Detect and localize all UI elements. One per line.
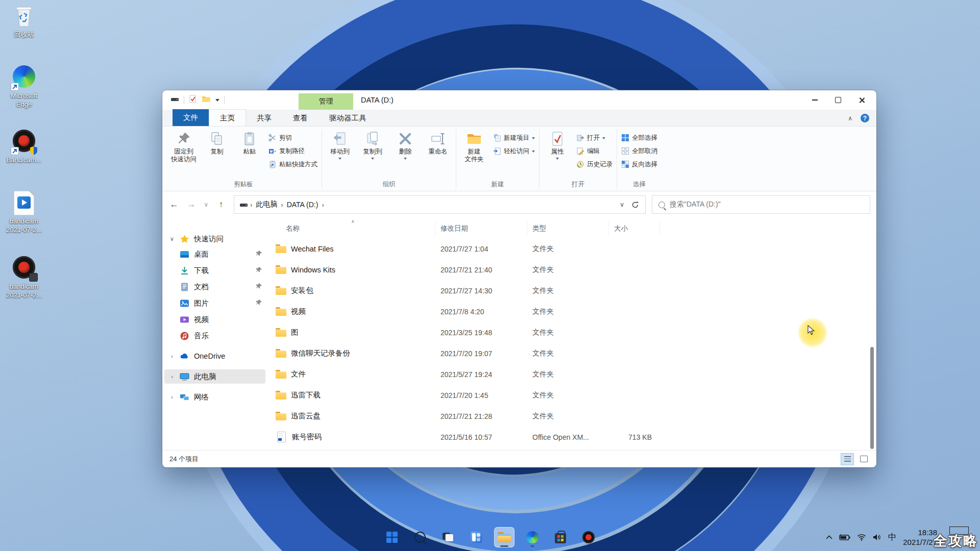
tab-share[interactable]: 共享 bbox=[246, 110, 282, 126]
help-icon[interactable]: ? bbox=[861, 114, 869, 122]
rename-button[interactable]: 重命名 bbox=[422, 129, 454, 158]
taskbar-store-button[interactable] bbox=[550, 527, 571, 547]
move-to-button[interactable]: 移动到 bbox=[324, 129, 356, 162]
sidebar-item-downloads[interactable]: 下载 bbox=[162, 263, 271, 278]
breadcrumb-data-d[interactable]: DATA (D:) bbox=[283, 201, 322, 209]
new-folder-icon[interactable] bbox=[202, 95, 211, 105]
tab-drive-tools[interactable]: 驱动器工具 bbox=[318, 110, 377, 126]
history-button[interactable]: 历史记录 bbox=[576, 159, 612, 170]
desktop-icon-video-file[interactable]: bandicam 2021-07-2... bbox=[4, 191, 44, 235]
column-header-size[interactable]: 大小 bbox=[609, 221, 660, 236]
sidebar-item-network[interactable]: › 网络 bbox=[162, 389, 271, 405]
taskbar-search-button[interactable] bbox=[410, 527, 430, 547]
delete-button[interactable]: 删除 bbox=[389, 129, 421, 162]
recent-locations-button[interactable]: ∨ bbox=[201, 197, 211, 212]
column-header-name[interactable]: ∧ 名称 bbox=[271, 221, 435, 236]
file-row[interactable]: 迅雷云盘 2021/7/21 21:28文件夹 bbox=[271, 406, 868, 427]
search-input[interactable]: 搜索"DATA (D:)" bbox=[652, 195, 870, 214]
address-bar[interactable]: › 此电脑 › DATA (D:) › ∨ bbox=[234, 195, 646, 214]
sidebar-item-videos[interactable]: 视频 bbox=[162, 312, 271, 327]
sidebar-item-documents[interactable]: 文档 bbox=[162, 279, 271, 294]
file-row[interactable]: 文件 2021/5/27 19:24文件夹 bbox=[271, 364, 868, 385]
navigation-pane: ∨ 快速访问 桌面 下载 文档 图片 视频 bbox=[162, 218, 271, 450]
forward-button[interactable]: → bbox=[184, 197, 199, 212]
taskbar-file-explorer-button[interactable] bbox=[494, 527, 514, 547]
volume-icon[interactable] bbox=[873, 534, 881, 541]
paste-button[interactable]: 粘贴 bbox=[234, 129, 265, 158]
column-header-date[interactable]: 修改日期 bbox=[435, 221, 527, 236]
tab-view[interactable]: 查看 bbox=[282, 110, 318, 126]
file-row[interactable]: 微信聊天记录备份 2021/7/20 19:07文件夹 bbox=[271, 343, 868, 364]
start-button[interactable] bbox=[382, 527, 402, 547]
breadcrumb-this-pc[interactable]: 此电脑 bbox=[252, 200, 281, 209]
select-all-button[interactable]: 全部选择 bbox=[621, 132, 657, 143]
select-none-button[interactable]: 全部取消 bbox=[621, 145, 657, 157]
collapse-ribbon-icon[interactable]: ∧ bbox=[848, 115, 852, 122]
file-row[interactable]: Windows Kits 2021/7/21 21:40文件夹 bbox=[271, 259, 868, 280]
desktop-icon-recycle-bin[interactable]: 回收站 bbox=[4, 4, 44, 39]
up-button[interactable]: ↑ bbox=[213, 197, 229, 212]
file-row[interactable]: 迅雷下载 2021/7/20 1:45文件夹 bbox=[271, 385, 868, 406]
ime-indicator[interactable]: 中 bbox=[888, 532, 897, 543]
hidden-icons-chevron[interactable] bbox=[826, 535, 832, 539]
sidebar-item-quick-access[interactable]: ∨ 快速访问 bbox=[162, 231, 271, 246]
folder-icon bbox=[276, 307, 286, 316]
scrollbar-thumb[interactable] bbox=[870, 347, 874, 449]
copy-button[interactable]: 复制 bbox=[201, 129, 233, 158]
vertical-scrollbar[interactable] bbox=[869, 218, 875, 450]
chevron-down-icon[interactable]: ∨ bbox=[168, 236, 176, 242]
paste-shortcut-icon bbox=[268, 160, 277, 168]
properties-button[interactable]: 属性 bbox=[542, 129, 573, 162]
chevron-right-icon[interactable]: › bbox=[168, 373, 176, 380]
address-dropdown-icon[interactable]: ∨ bbox=[620, 201, 624, 208]
cut-button[interactable]: 剪切 bbox=[268, 132, 317, 143]
tab-file[interactable]: 文件 bbox=[173, 109, 209, 126]
copy-path-button[interactable]: 复制路径 bbox=[268, 145, 317, 157]
file-row[interactable]: 视频 2021/7/8 4:20文件夹 bbox=[271, 301, 868, 322]
clock[interactable]: 18:38 2021/7/27 bbox=[903, 528, 937, 547]
back-button[interactable]: ← bbox=[166, 197, 182, 212]
widgets-button[interactable] bbox=[466, 527, 486, 547]
copy-to-icon bbox=[365, 131, 380, 146]
taskbar-bandicam-button[interactable] bbox=[578, 527, 599, 547]
desktop-icon-edge[interactable]: Microsoft Edge bbox=[4, 64, 44, 109]
open-button[interactable]: 打开 bbox=[576, 132, 612, 143]
close-button[interactable] bbox=[850, 90, 873, 110]
tab-home[interactable]: 主页 bbox=[209, 109, 246, 126]
edit-button[interactable]: 编辑 bbox=[576, 145, 612, 157]
desktop-icon-bandicam[interactable]: Bandicam... bbox=[4, 129, 44, 165]
file-row[interactable]: 图 2021/3/25 19:48文件夹 bbox=[271, 322, 868, 343]
paste-shortcut-button[interactable]: 粘贴快捷方式 bbox=[268, 159, 317, 170]
wifi-icon[interactable] bbox=[857, 534, 866, 541]
sidebar-item-pictures[interactable]: 图片 bbox=[162, 295, 271, 311]
invert-selection-button[interactable]: 反向选择 bbox=[621, 159, 657, 170]
copy-to-button[interactable]: 复制到 bbox=[357, 129, 388, 162]
sidebar-item-music[interactable]: 音乐 bbox=[162, 328, 271, 343]
file-row[interactable]: 安装包 2021/7/27 14:30文件夹 bbox=[271, 280, 868, 301]
new-folder-button[interactable]: 新建 文件夹 bbox=[458, 129, 490, 165]
minimize-button[interactable] bbox=[803, 90, 826, 110]
refresh-icon[interactable] bbox=[631, 201, 639, 209]
battery-icon[interactable] bbox=[839, 534, 850, 541]
properties-check-icon[interactable] bbox=[189, 95, 197, 105]
sidebar-item-onedrive[interactable]: › OneDrive bbox=[162, 348, 271, 364]
chevron-right-icon[interactable]: › bbox=[168, 394, 176, 400]
maximize-button[interactable] bbox=[826, 90, 850, 110]
task-view-button[interactable] bbox=[438, 527, 458, 547]
file-row[interactable]: Wechat Files 2021/7/27 1:04文件夹 bbox=[271, 238, 868, 259]
new-item-button[interactable]: 新建项目 bbox=[493, 132, 535, 143]
sidebar-item-desktop[interactable]: 桌面 bbox=[162, 246, 271, 262]
easy-access-button[interactable]: 轻松访问 bbox=[493, 145, 535, 157]
pin-to-quick-access-button[interactable]: 固定到 快速访问 bbox=[167, 129, 200, 165]
taskbar-edge-button[interactable] bbox=[522, 527, 543, 547]
sidebar-item-this-pc[interactable]: › 此电脑 bbox=[162, 369, 271, 384]
large-icons-view-button[interactable] bbox=[857, 453, 870, 465]
file-row[interactable]: 账号密码 2021/5/16 10:57Office Open XM...713… bbox=[271, 427, 868, 447]
uac-shield-icon bbox=[30, 146, 38, 155]
column-header-type[interactable]: 类型 bbox=[527, 221, 609, 236]
details-view-button[interactable] bbox=[841, 453, 854, 465]
desktop-icon-bandicam-file[interactable]: bandicam 2021-07-2... bbox=[4, 255, 44, 300]
pushpin-icon bbox=[176, 131, 191, 146]
customize-caret-icon[interactable] bbox=[215, 99, 219, 102]
chevron-right-icon[interactable]: › bbox=[168, 353, 176, 359]
